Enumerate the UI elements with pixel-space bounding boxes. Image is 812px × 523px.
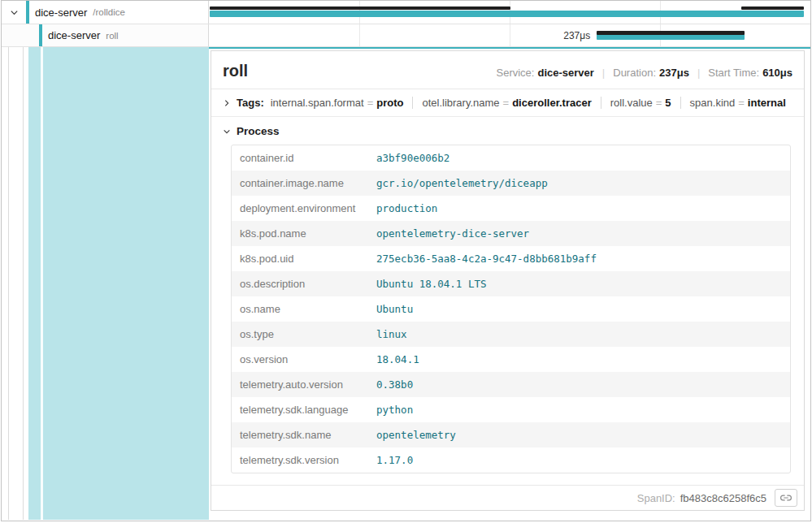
kv-value: gcr.io/opentelemetry/diceapp	[368, 171, 790, 196]
critical-path-segment	[210, 6, 510, 10]
process-kv-table: container.ida3bf90e006b2 container.image…	[231, 145, 791, 473]
span-bar-roll[interactable]	[597, 34, 745, 40]
table-row: telemetry.auto.version0.38b0	[232, 372, 790, 397]
tag-key: roll.value	[610, 97, 653, 109]
tree-guide-line	[23, 47, 24, 520]
tag-value: proto	[376, 97, 403, 109]
kv-key: k8s.pod.name	[232, 221, 368, 246]
table-row: os.nameUbuntu	[232, 296, 790, 322]
tag-value: 5	[665, 97, 671, 109]
table-row: container.ida3bf90e006b2	[232, 145, 790, 171]
span-detail-header: roll Service:dice-serverDuration:237μsSt…	[211, 51, 804, 89]
table-row: os.version18.04.1	[232, 347, 790, 372]
kv-key: telemetry.sdk.language	[232, 397, 368, 422]
span-row-rolldice[interactable]: dice-server /rolldice	[2, 1, 810, 24]
process-accordion[interactable]: Process	[223, 125, 792, 137]
tag-key: span.kind	[690, 97, 736, 109]
tags-label: Tags:	[237, 97, 264, 109]
kv-key: deployment.environment	[232, 196, 368, 221]
kv-value: opentelemetry	[368, 422, 790, 447]
span-name-cell-rolldice[interactable]: dice-server /rolldice	[2, 1, 209, 24]
table-row: telemetry.sdk.nameopentelemetry	[232, 422, 790, 447]
tag-value: diceroller.tracer	[512, 97, 592, 109]
span-bar-rolldice[interactable]	[210, 11, 804, 17]
separator	[602, 67, 605, 79]
service-label: Service:	[497, 67, 535, 79]
span-row-roll[interactable]: dice-server roll 237μs	[2, 24, 810, 47]
kv-value: 1.17.0	[368, 447, 790, 473]
span-duration-label: 237μs	[209, 30, 590, 41]
tree-guide-gap	[41, 47, 43, 520]
kv-key: telemetry.auto.version	[232, 372, 368, 397]
link-icon	[780, 492, 792, 504]
span-operation-title: roll	[223, 62, 248, 80]
operation-name: roll	[106, 31, 118, 41]
service-color-bar	[39, 24, 42, 46]
kv-key: k8s.pod.uid	[232, 246, 368, 271]
kv-value: python	[368, 397, 790, 422]
table-row: container.image.namegcr.io/opentelemetry…	[232, 171, 790, 196]
selected-span-highlight[interactable]	[28, 47, 209, 520]
operation-name: /rolldice	[93, 7, 125, 17]
table-row: os.descriptionUbuntu 18.04.1 LTS	[232, 271, 790, 296]
chevron-down-icon	[223, 128, 231, 136]
start-time-value: 610μs	[762, 67, 792, 79]
span-detail-card: roll Service:dice-serverDuration:237μsSt…	[211, 50, 805, 511]
span-name-cell-roll[interactable]: dice-server roll	[2, 24, 209, 46]
start-time-label: Start Time:	[708, 67, 759, 79]
critical-path-segment	[597, 31, 745, 35]
equals-sign	[503, 97, 510, 109]
spanid-label: SpanID:	[637, 492, 675, 504]
trace-view-page: dice-server /rolldice dice-server roll 2…	[1, 0, 811, 521]
service-name: dice-server	[48, 29, 100, 41]
kv-value: 18.04.1	[368, 347, 790, 372]
span-detail-footer: SpanID: fb483c8c6258f6c5	[211, 485, 804, 510]
service-name: dice-server	[35, 6, 87, 19]
table-row: k8s.pod.nameopentelemetry-dice-server	[232, 221, 790, 246]
kv-key: telemetry.sdk.version	[232, 447, 368, 473]
process-label: Process	[237, 125, 280, 137]
kv-key: os.type	[232, 322, 368, 347]
tag-key: internal.span.format	[271, 97, 364, 109]
kv-key: os.description	[232, 271, 368, 296]
kv-value: Ubuntu 18.04.1 LTS	[368, 271, 790, 296]
table-row: telemetry.sdk.languagepython	[232, 397, 790, 422]
span-detail-row: roll Service:dice-serverDuration:237μsSt…	[2, 47, 810, 520]
critical-path-segment	[741, 6, 804, 10]
spanid-value: fb483c8c6258f6c5	[680, 492, 766, 504]
span-detail-panel: roll Service:dice-serverDuration:237μsSt…	[209, 47, 810, 520]
kv-value: opentelemetry-dice-server	[368, 221, 790, 246]
table-row: deployment.environmentproduction	[232, 196, 790, 221]
kv-key: telemetry.sdk.name	[232, 422, 368, 447]
table-row: k8s.pod.uid275ecb36-5aa8-4c2a-9c47-d8bb6…	[232, 246, 790, 271]
tag-summary-item: otel.library.namediceroller.tracer	[412, 97, 591, 109]
service-value: dice-server	[537, 67, 593, 79]
table-row: telemetry.sdk.version1.17.0	[232, 447, 790, 473]
kv-value: linux	[368, 322, 790, 347]
kv-key: container.id	[232, 145, 368, 171]
tag-value: internal	[748, 97, 786, 109]
kv-key: container.image.name	[232, 171, 368, 196]
span-tree-offset	[2, 47, 209, 520]
timeline-rolldice[interactable]	[209, 1, 810, 24]
service-color-bar	[26, 1, 29, 24]
tag-summary-item: span.kindinternal	[680, 97, 786, 109]
chevron-right-icon	[223, 99, 231, 107]
collapse-children-icon[interactable]	[7, 5, 21, 19]
copy-span-link-button[interactable]	[775, 489, 797, 507]
kv-value: Ubuntu	[368, 296, 790, 322]
kv-value: 275ecb36-5aa8-4c2a-9c47-d8bb681b9aff	[368, 246, 790, 271]
kv-value: production	[368, 196, 790, 221]
tags-accordion[interactable]: Tags: internal.span.formatproto otel.lib…	[211, 89, 804, 117]
equals-sign	[367, 97, 374, 109]
kv-value: 0.38b0	[368, 372, 790, 397]
tree-guide-line	[8, 47, 9, 520]
process-section: Process container.ida3bf90e006b2 contain…	[211, 117, 804, 485]
timeline-roll[interactable]: 237μs	[209, 24, 810, 46]
kv-key: os.version	[232, 347, 368, 372]
kv-key: os.name	[232, 296, 368, 322]
duration-label: Duration:	[613, 67, 656, 79]
kv-value: a3bf90e006b2	[368, 145, 790, 171]
tag-summary-item: roll.value5	[601, 97, 671, 109]
tag-key: otel.library.name	[422, 97, 499, 109]
